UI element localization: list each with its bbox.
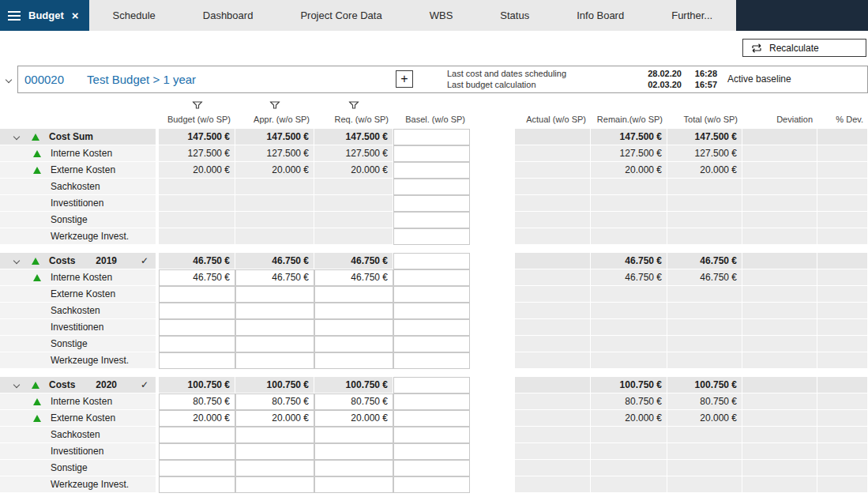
cell-req[interactable]	[314, 476, 393, 493]
cell-actual	[515, 145, 591, 162]
tab-info-board[interactable]: Info Board	[553, 0, 648, 31]
cell-basel[interactable]	[393, 336, 470, 352]
cell-appr: 100.750 €	[235, 377, 314, 393]
cell-appr[interactable]	[235, 460, 314, 476]
detail-row: Interne Kosten127.500 €127.500 €127.500 …	[0, 145, 868, 162]
tab-project-core-data[interactable]: Project Core Data	[276, 0, 405, 31]
cell-appr	[235, 179, 314, 195]
group-name: Costs	[49, 379, 75, 390]
cell-req[interactable]: 46.750 €	[314, 269, 393, 286]
row-label: Interne Kosten	[51, 396, 112, 407]
cell-basel[interactable]	[393, 352, 470, 369]
cell-appr[interactable]	[235, 303, 314, 319]
tab-further[interactable]: Further...	[648, 0, 736, 31]
cell-appr[interactable]	[235, 336, 314, 352]
cell-basel[interactable]	[393, 303, 470, 319]
scheduling-label: Last cost and dates scheduling	[447, 68, 633, 79]
cell-dev	[742, 253, 817, 269]
cell-appr[interactable]	[235, 443, 314, 460]
recalculate-button[interactable]: Recalculate	[742, 39, 866, 57]
column-header-appr-w-o-sp: Appr. (w/o SP)	[235, 93, 314, 129]
tab-dashboard[interactable]: Dashboard	[179, 0, 277, 31]
cell-req[interactable]	[314, 352, 393, 369]
cell-dev	[742, 179, 817, 195]
collapse-chevron-icon[interactable]	[0, 66, 17, 93]
recalculate-label: Recalculate	[769, 43, 819, 54]
cell-basel[interactable]	[393, 443, 470, 460]
row-label-cell: Sachkosten	[0, 303, 156, 319]
cell-basel[interactable]	[393, 286, 470, 303]
cell-budget[interactable]	[159, 352, 235, 369]
cell-budget[interactable]	[159, 336, 235, 352]
cell-budget[interactable]	[159, 303, 235, 319]
tab-budget-active[interactable]: Budget ×	[0, 0, 89, 31]
cell-req[interactable]	[314, 336, 393, 352]
cell-basel[interactable]	[393, 410, 470, 427]
cell-req[interactable]	[314, 286, 393, 303]
cell-basel[interactable]	[393, 269, 470, 286]
cell-remain: 46.750 €	[591, 269, 667, 286]
cell-basel[interactable]	[393, 393, 470, 410]
cell-req[interactable]	[314, 319, 393, 336]
cell-appr[interactable]	[235, 427, 314, 443]
tab-status[interactable]: Status	[476, 0, 553, 31]
cell-budget[interactable]: 80.750 €	[159, 393, 235, 410]
spacer-cell	[470, 303, 515, 319]
cell-budget[interactable]	[159, 319, 235, 336]
cell-pdev	[817, 352, 868, 369]
detail-row: Interne Kosten80.750 €80.750 €80.750 €80…	[0, 393, 868, 410]
project-band: 000020 Test Budget > 1 year + Last cost …	[17, 66, 868, 93]
checkmark-icon[interactable]: ✓	[141, 255, 148, 266]
refresh-icon	[750, 43, 763, 54]
cell-appr[interactable]	[235, 476, 314, 493]
cell-basel[interactable]	[393, 476, 470, 493]
filter-icon[interactable]	[270, 98, 280, 112]
spacer-cell	[470, 352, 515, 369]
menu-icon[interactable]	[8, 11, 21, 21]
cell-budget[interactable]	[159, 286, 235, 303]
cell-appr	[235, 228, 314, 245]
cell-budget[interactable]	[159, 443, 235, 460]
cell-appr[interactable]	[235, 286, 314, 303]
cell-basel[interactable]	[393, 319, 470, 336]
cell-appr[interactable]: 80.750 €	[235, 393, 314, 410]
add-button[interactable]: +	[396, 70, 413, 88]
cell-appr[interactable]	[235, 352, 314, 369]
tab-schedule[interactable]: Schedule	[89, 0, 179, 31]
detail-row: Externe Kosten	[0, 286, 868, 303]
cell-budget[interactable]	[159, 427, 235, 443]
expand-chevron-icon[interactable]	[14, 258, 24, 263]
cell-req[interactable]	[314, 443, 393, 460]
cell-req[interactable]: 80.750 €	[314, 393, 393, 410]
cell-basel[interactable]	[393, 460, 470, 476]
cell-req[interactable]	[314, 303, 393, 319]
cell-total: 46.750 €	[667, 253, 742, 269]
cell-req[interactable]: 20.000 €	[314, 410, 393, 427]
detail-row: Werkzeuge Invest.	[0, 228, 868, 245]
cell-pdev	[817, 336, 868, 352]
cell-total: 127.500 €	[667, 145, 742, 162]
cell-budget: 100.750 €	[159, 377, 235, 393]
tab-wbs[interactable]: WBS	[406, 0, 477, 31]
cell-budget[interactable]: 46.750 €	[159, 269, 235, 286]
filter-icon[interactable]	[192, 98, 202, 112]
cell-basel[interactable]	[393, 427, 470, 443]
cell-req[interactable]	[314, 427, 393, 443]
expand-chevron-icon[interactable]	[14, 382, 24, 387]
cell-budget[interactable]	[159, 476, 235, 493]
cell-appr[interactable]: 46.750 €	[235, 269, 314, 286]
cell-actual	[515, 195, 591, 212]
cell-budget[interactable]	[159, 460, 235, 476]
close-icon[interactable]: ×	[72, 9, 79, 21]
cell-budget[interactable]: 20.000 €	[159, 410, 235, 427]
expand-chevron-icon[interactable]	[14, 134, 24, 139]
cell-appr[interactable]	[235, 319, 314, 336]
cell-req[interactable]	[314, 460, 393, 476]
checkmark-icon[interactable]: ✓	[141, 379, 148, 390]
filter-icon[interactable]	[349, 98, 359, 112]
cell-total	[667, 286, 742, 303]
cell-appr[interactable]: 20.000 €	[235, 410, 314, 427]
spacer-cell	[470, 228, 515, 245]
cell-remain	[591, 212, 667, 228]
spacer-cell	[470, 129, 515, 145]
